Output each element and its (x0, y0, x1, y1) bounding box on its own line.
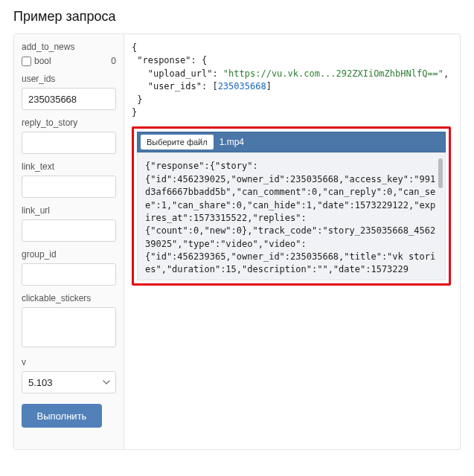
input-group-id[interactable] (22, 263, 116, 286)
response-body[interactable]: {"response":{"story": {"id":456239025,"o… (137, 152, 446, 280)
select-v[interactable] (22, 371, 116, 393)
label-group-id: group_id (22, 249, 116, 260)
params-sidebar: add_to_news bool 0 user_ids reply_to_sto… (14, 34, 124, 449)
response-top-json: { "response": { "upload_url": "https://v… (132, 42, 451, 119)
param-link-url: link_url (22, 205, 116, 242)
param-add-to-news: add_to_news bool 0 (22, 42, 116, 66)
input-link-text[interactable] (22, 176, 116, 198)
bool-label: bool (34, 56, 51, 66)
scrollbar-thumb[interactable] (438, 158, 443, 188)
textarea-clickable-stickers[interactable] (22, 307, 116, 347)
param-v: v (22, 357, 116, 393)
label-link-text: link_text (22, 161, 116, 172)
param-user-ids: user_ids (22, 74, 116, 110)
input-link-url[interactable] (22, 219, 116, 242)
choose-file-button[interactable]: Выберите файл (141, 135, 214, 149)
param-link-text: link_text (22, 161, 116, 198)
param-reply-to-story: reply_to_story (22, 118, 116, 154)
result-highlight-box: Выберите файл 1.mp4 {"response":{"story"… (132, 126, 451, 286)
param-group-id: group_id (22, 249, 116, 286)
checkbox-add-to-news[interactable] (22, 57, 31, 66)
response-body-text: {"response":{"story": {"id":456239025,"o… (145, 160, 438, 277)
user-ids-value: 235035668 (218, 81, 266, 91)
label-add-to-news: add_to_news (22, 42, 116, 52)
upload-url-value: https://vu.vk.com...292ZXIiOmZhbHNlfQ== (228, 68, 438, 79)
param-clickable-stickers: clickable_stickers (22, 293, 116, 350)
response-area: { "response": { "upload_url": "https://v… (124, 34, 460, 449)
label-v: v (22, 357, 116, 367)
label-link-url: link_url (22, 205, 116, 216)
add-to-news-value: 0 (111, 56, 116, 66)
run-button[interactable]: Выполнить (22, 404, 102, 428)
upload-bar: Выберите файл 1.mp4 (137, 132, 446, 152)
request-panel: add_to_news bool 0 user_ids reply_to_sto… (13, 33, 461, 450)
label-user-ids: user_ids (22, 74, 116, 84)
label-clickable-stickers: clickable_stickers (22, 293, 116, 303)
page-title: Пример запроса (13, 9, 461, 25)
input-user-ids[interactable] (22, 88, 116, 110)
upload-filename: 1.mp4 (220, 137, 244, 147)
label-reply-to-story: reply_to_story (22, 118, 116, 128)
input-reply-to-story[interactable] (22, 132, 116, 154)
